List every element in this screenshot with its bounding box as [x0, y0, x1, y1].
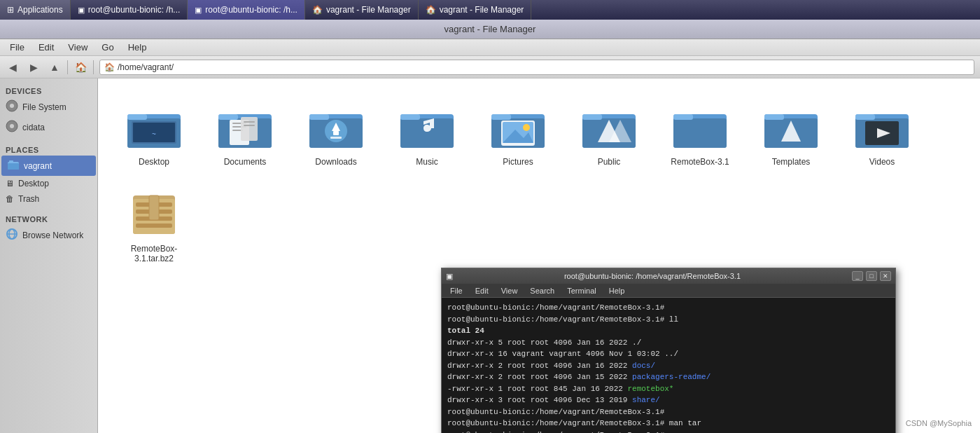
toolbar-separator1	[67, 60, 68, 74]
taskbar-terminal2[interactable]: ▣ root@ubuntu-bionic: /h...	[188, 0, 305, 20]
file-item-templates[interactable]: Templates	[749, 92, 833, 172]
terminal-controls: _ □ ✕	[852, 271, 891, 281]
terminal-close[interactable]: ✕	[880, 271, 891, 281]
sidebar-item-browse-network[interactable]: Browse Network	[0, 225, 97, 245]
terminal-line-3: total 24	[447, 325, 890, 337]
svg-rect-12	[127, 114, 147, 120]
terminal-line-10: root@ubuntu-bionic:/home/vagrant/RemoteB…	[447, 406, 890, 418]
documents-folder-label: Documents	[224, 157, 267, 167]
places-section-title: PLACES	[0, 143, 97, 156]
file-item-desktop[interactable]: ~ Desktop	[112, 92, 196, 172]
terminal-menu-terminal[interactable]: Terminal	[561, 285, 602, 296]
file-item-downloads[interactable]: Downloads	[294, 92, 378, 172]
terminal-line-6: drwxr-xr-x 2 root root 4096 Jan 16 2022 …	[447, 360, 890, 372]
svg-rect-38	[491, 114, 511, 120]
menu-go[interactable]: Go	[94, 41, 120, 54]
back-button[interactable]: ◀	[3, 58, 22, 76]
terminal-menu-search[interactable]: Search	[524, 285, 560, 296]
terminal-minimize[interactable]: _	[852, 271, 863, 281]
menu-file[interactable]: File	[3, 41, 31, 54]
svg-rect-65	[136, 224, 172, 228]
file-item-videos[interactable]: Videos	[840, 92, 924, 172]
svg-rect-49	[673, 118, 727, 148]
music-folder-icon	[399, 98, 455, 154]
vagrant-icon	[7, 158, 20, 173]
file-item-public[interactable]: Public	[567, 92, 651, 172]
svg-point-42	[523, 124, 530, 131]
devices-section-title: DEVICES	[0, 84, 97, 97]
file-area: ~ Desktop Documents	[98, 78, 980, 433]
svg-rect-57	[855, 114, 875, 120]
terminal-line-4: drwxr-xr-x 5 root root 4096 Jan 16 2022 …	[447, 337, 890, 349]
menu-edit[interactable]: Edit	[31, 41, 61, 54]
archive-icon	[126, 185, 182, 241]
svg-rect-32	[330, 137, 342, 139]
sidebar-item-trash[interactable]: 🗑 Trash	[0, 191, 97, 207]
applications-label: Applications	[18, 5, 63, 15]
forward-button[interactable]: ▶	[24, 58, 43, 76]
home-icon: 🏠	[75, 62, 87, 73]
videos-folder-label: Videos	[869, 157, 895, 167]
svg-rect-23	[241, 117, 258, 141]
taskbar-filemanager1[interactable]: 🏠 vagrant - File Manager	[305, 0, 419, 20]
sidebar-item-cidata[interactable]: cidata	[0, 117, 97, 137]
taskbar: ⊞ Applications ▣ root@ubuntu-bionic: /h.…	[0, 0, 980, 20]
sidebar-item-filesystem[interactable]: File System	[0, 97, 97, 117]
terminal-menu-edit[interactable]: Edit	[470, 285, 494, 296]
pictures-folder-icon	[490, 98, 546, 154]
terminal-content[interactable]: root@ubuntu-bionic:/home/vagrant/RemoteB…	[442, 298, 895, 433]
home-button[interactable]: 🏠	[71, 58, 90, 76]
menu-help[interactable]: Help	[121, 41, 154, 54]
filemanager2-icon: 🏠	[426, 5, 436, 15]
address-text: /home/vagrant/	[118, 62, 174, 72]
svg-rect-18	[218, 114, 238, 120]
file-item-pictures[interactable]: Pictures	[476, 92, 560, 172]
svg-rect-6	[9, 160, 13, 163]
sidebar-item-vagrant[interactable]: vagrant	[1, 156, 96, 176]
file-item-remotebox-tar[interactable]: RemoteBox-3.1.tar.bz2	[112, 179, 196, 269]
terminal-line-8: -rwxr-xr-x 1 root root 845 Jan 16 2022 r…	[447, 383, 890, 395]
terminal-menu-help[interactable]: Help	[603, 285, 631, 296]
terminal-window: ▣ root@ubuntu-bionic: /home/vagrant/Remo…	[441, 268, 896, 433]
terminal2-icon: ▣	[195, 6, 202, 15]
terminal1-label: root@ubuntu-bionic: /h...	[88, 5, 181, 15]
file-item-remotebox[interactable]: RemoteBox-3.1	[658, 92, 742, 172]
file-manager-title: vagrant - File Manager	[444, 24, 536, 34]
terminal1-icon: ▣	[78, 6, 85, 15]
taskbar-filemanager2[interactable]: 🏠 vagrant - File Manager	[419, 0, 532, 20]
taskbar-terminal1[interactable]: ▣ root@ubuntu-bionic: /h...	[71, 0, 188, 20]
cidata-label: cidata	[22, 123, 45, 132]
templates-folder-icon	[763, 98, 819, 154]
terminal-maximize[interactable]: □	[866, 271, 877, 281]
remotebox-folder-label: RemoteBox-3.1	[671, 157, 729, 167]
up-button[interactable]: ▲	[45, 58, 64, 76]
svg-rect-66	[149, 195, 159, 220]
taskbar-applications[interactable]: ⊞ Applications	[0, 0, 71, 20]
toolbar: ◀ ▶ ▲ 🏠 🏠 /home/vagrant/	[0, 56, 980, 78]
terminal-menu-file[interactable]: File	[444, 285, 468, 296]
address-bar[interactable]: 🏠 /home/vagrant/	[99, 60, 974, 75]
terminal-line-7: drwxr-xr-x 2 root root 4096 Jan 15 2022 …	[447, 371, 890, 383]
network-section-title: NETWORK	[0, 212, 97, 225]
sidebar-item-desktop[interactable]: 🖥 Desktop	[0, 176, 97, 191]
archive-label: RemoteBox-3.1.tar.bz2	[118, 244, 190, 263]
menu-view[interactable]: View	[61, 41, 94, 54]
svg-point-1	[10, 104, 14, 108]
file-item-music[interactable]: Music	[385, 92, 469, 172]
file-manager-titlebar: vagrant - File Manager	[0, 20, 980, 39]
desktop-label: Desktop	[18, 179, 49, 188]
svg-rect-45	[582, 114, 602, 120]
pictures-folder-label: Pictures	[503, 157, 533, 167]
desktop-sidebar-icon: 🖥	[6, 179, 14, 188]
templates-folder-label: Templates	[772, 157, 811, 167]
desktop-folder-icon: ~	[126, 98, 182, 154]
terminal-titlebar: ▣ root@ubuntu-bionic: /home/vagrant/Remo…	[442, 268, 895, 284]
terminal-menu-view[interactable]: View	[496, 285, 524, 296]
file-item-documents[interactable]: Documents	[203, 92, 287, 172]
terminal-line-11: root@ubuntu-bionic:/home/vagrant/RemoteB…	[447, 418, 890, 429]
menubar: File Edit View Go Help	[0, 39, 980, 56]
filemanager2-label: vagrant - File Manager	[440, 5, 524, 15]
terminal-line-2: root@ubuntu-bionic:/home/vagrant/RemoteB…	[447, 314, 890, 326]
svg-point-3	[10, 124, 14, 128]
sidebar: DEVICES File System cidata PLACES vagran…	[0, 78, 98, 433]
